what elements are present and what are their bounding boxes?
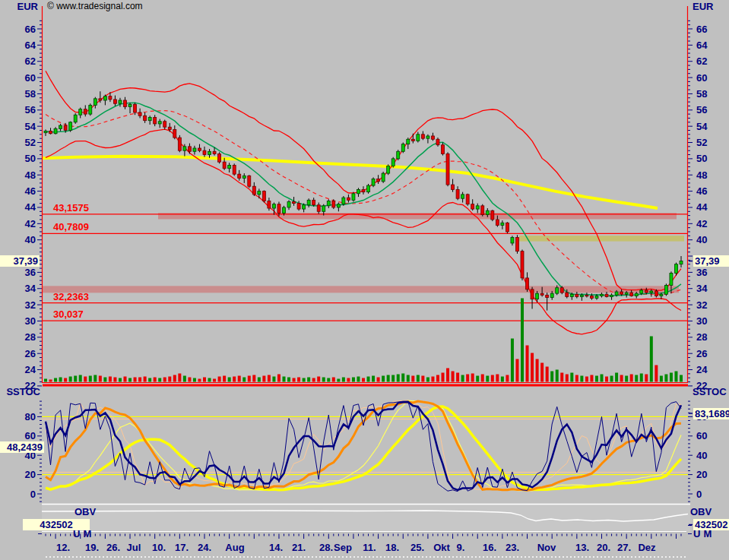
svg-text:26.: 26. <box>106 542 120 553</box>
svg-text:40,7809: 40,7809 <box>53 221 89 233</box>
svg-text:18.: 18. <box>385 542 399 553</box>
svg-text:46: 46 <box>25 185 36 197</box>
svg-text:19.: 19. <box>85 542 99 553</box>
svg-text:60: 60 <box>696 72 707 84</box>
svg-text:28: 28 <box>25 331 36 343</box>
sstoc-tag-right: 83,1689 <box>693 408 729 419</box>
svg-text:30: 30 <box>25 315 36 327</box>
svg-text:52: 52 <box>25 137 36 148</box>
svg-text:64: 64 <box>25 40 36 51</box>
svg-text:10.: 10. <box>152 542 166 553</box>
svg-text:60: 60 <box>25 72 36 84</box>
svg-text:34: 34 <box>696 283 708 294</box>
svg-text:36: 36 <box>25 267 36 278</box>
svg-text:12.: 12. <box>56 542 70 553</box>
svg-text:30: 30 <box>696 315 707 327</box>
svg-text:56: 56 <box>25 104 36 115</box>
svg-text:Nov: Nov <box>537 542 556 553</box>
svg-text:28: 28 <box>696 331 707 343</box>
svg-text:26: 26 <box>25 348 36 359</box>
svg-text:36: 36 <box>696 267 707 278</box>
svg-text:9.: 9. <box>457 542 465 553</box>
svg-text:Jul: Jul <box>127 542 141 553</box>
svg-text:32,2363: 32,2363 <box>53 291 89 302</box>
svg-text:0: 0 <box>696 489 702 500</box>
currency-label-left: EUR <box>15 1 38 12</box>
svg-text:32: 32 <box>25 299 36 311</box>
svg-text:48: 48 <box>25 169 36 181</box>
svg-text:16.: 16. <box>483 542 496 553</box>
svg-text:20.: 20. <box>597 542 610 553</box>
svg-text:21.: 21. <box>292 542 306 553</box>
svg-text:52: 52 <box>696 137 707 148</box>
svg-text:17.: 17. <box>175 542 189 553</box>
svg-text:62: 62 <box>696 55 707 67</box>
chart-window: 43,157540,780932,236330,0376666646462626… <box>0 0 729 560</box>
svg-text:42: 42 <box>696 218 707 229</box>
svg-text:Okt: Okt <box>433 542 450 553</box>
svg-text:40: 40 <box>696 234 707 245</box>
sstoc-label-right: SSTOC <box>693 386 727 397</box>
svg-text:66: 66 <box>696 24 707 35</box>
svg-text:25.: 25. <box>410 542 424 553</box>
svg-text:11.: 11. <box>363 542 376 553</box>
volume-unit-right: UM <box>693 528 715 539</box>
svg-text:0: 0 <box>30 489 36 500</box>
obv-label-right: OBV <box>690 506 712 517</box>
svg-text:58: 58 <box>25 88 36 100</box>
svg-text:34: 34 <box>25 283 36 294</box>
svg-text:20: 20 <box>25 469 36 480</box>
price-tag-right: 37,39 <box>693 255 729 267</box>
svg-text:40: 40 <box>696 450 707 461</box>
svg-text:27.: 27. <box>617 542 631 553</box>
sstoc-tag-left: 48,2439 <box>0 441 44 453</box>
svg-text:24: 24 <box>25 364 36 375</box>
volume-unit-left: UM <box>73 528 94 539</box>
svg-text:40: 40 <box>25 234 36 245</box>
obv-label-left: OBV <box>74 506 96 517</box>
svg-text:48: 48 <box>696 169 707 181</box>
svg-text:58: 58 <box>696 88 707 100</box>
svg-text:62: 62 <box>25 55 36 67</box>
svg-text:24.: 24. <box>198 542 211 553</box>
svg-text:23.: 23. <box>506 542 519 553</box>
sstoc-plot-area[interactable] <box>42 387 688 498</box>
svg-text:60: 60 <box>25 430 36 441</box>
copyright: © www.tradesignal.com <box>47 1 143 11</box>
svg-text:46: 46 <box>696 185 707 197</box>
svg-text:13.: 13. <box>575 542 589 553</box>
obv-plot-area[interactable] <box>42 504 690 532</box>
svg-text:50: 50 <box>25 153 36 164</box>
svg-text:54: 54 <box>696 121 708 132</box>
price-tag-left: 37,39 <box>0 255 40 267</box>
svg-text:30,037: 30,037 <box>53 308 84 320</box>
sstoc-label-left: SSTOC <box>3 386 40 397</box>
currency-label-right: EUR <box>693 1 713 12</box>
svg-text:32: 32 <box>696 299 707 311</box>
svg-text:Aug: Aug <box>225 542 244 553</box>
svg-text:80: 80 <box>25 411 36 422</box>
svg-text:14.: 14. <box>269 542 283 553</box>
chart-svg: 43,157540,780932,236330,0376666646462626… <box>0 0 729 560</box>
svg-text:26: 26 <box>696 348 707 359</box>
svg-text:24: 24 <box>696 364 708 375</box>
svg-text:50: 50 <box>696 153 707 164</box>
svg-text:43,1575: 43,1575 <box>53 202 89 214</box>
svg-text:66: 66 <box>25 24 36 35</box>
svg-text:56: 56 <box>696 104 707 115</box>
main-plot-area[interactable] <box>42 6 688 383</box>
date-axis: 12.19.26.Jul10.17.24.Aug14.21.28.Sep11.1… <box>46 534 688 558</box>
svg-text:Sep: Sep <box>334 542 352 553</box>
svg-text:28.: 28. <box>319 542 333 553</box>
svg-text:42: 42 <box>25 218 36 229</box>
svg-text:64: 64 <box>696 40 708 51</box>
svg-text:20: 20 <box>696 469 707 480</box>
svg-text:44: 44 <box>696 201 708 213</box>
svg-text:44: 44 <box>25 201 36 213</box>
svg-text:Dez: Dez <box>638 542 656 553</box>
svg-text:60: 60 <box>696 430 707 441</box>
svg-text:54: 54 <box>25 121 36 132</box>
